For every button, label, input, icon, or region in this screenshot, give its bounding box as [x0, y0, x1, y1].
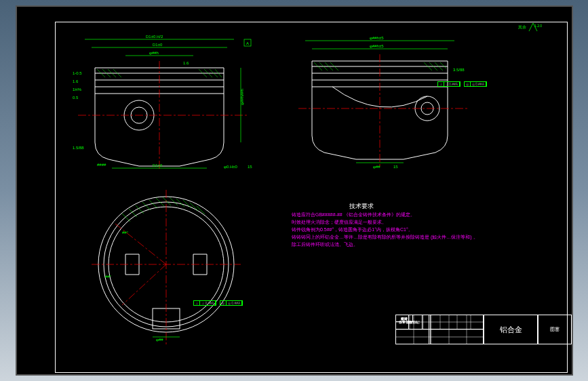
gd-tolerance-side: ⊥⊥ 0.##A ◎◎ 0.##A	[437, 76, 487, 88]
top-view: ##° ##° φ## ⊥⊥ 0.##A ◎◎ 0.##A	[85, 186, 248, 349]
svg-text:φ##h±5: φ##h±5	[370, 44, 384, 48]
tech-req-5: 除工后铸件环听或洁清。飞边。	[292, 241, 358, 248]
tech-req-1: 铸造应符合GB#####-## 《铝合金铸件技术条件》的规定。	[292, 212, 415, 218]
gd-tolerance-top: ⊥⊥ 0.##A ◎◎ 0.##A	[193, 295, 243, 307]
svg-text:φ##: φ##	[156, 338, 163, 342]
svg-text:15: 15	[393, 165, 398, 169]
svg-text:##°: ##°	[122, 230, 129, 235]
svg-text:3.5/88: 3.5/88	[453, 68, 465, 72]
svg-text:D1±0: D1±0	[153, 43, 163, 47]
front-view: D1±0.H/2 D1±0 φ##h 1.6	[71, 34, 268, 169]
svg-text:D1±0.H/2: D1±0.H/2	[146, 35, 163, 39]
title-block: 铝合金 图塞 设计 校对 审核 批准 标准化 更改标记 材料 数量 1/2	[395, 315, 572, 374]
tech-req-3: 铸件锐角例为0.5##°，铸造圆角手边必1°内，拔模角C1°。	[292, 226, 413, 233]
svg-line-75	[197, 206, 205, 214]
surface-finish-mark: 1.2.0 其余	[528, 22, 548, 35]
side-view-svg: φ##h±5 φ##h±5 3.5/88	[292, 34, 482, 169]
drawing-frame: 1.2.0 其余 D1±0.H/2 D1±0 φ##h 1.6	[16, 5, 573, 376]
top-view-svg: ##° ##° φ##	[85, 186, 248, 349]
svg-text:D1±0: D1±0	[153, 163, 163, 167]
svg-line-49	[440, 62, 446, 68]
svg-text:φ##h##h: φ##h##h	[240, 89, 244, 105]
svg-text:φ##h±5: φ##h±5	[370, 36, 384, 40]
svg-text:1.5/88: 1.5/88	[73, 146, 84, 150]
svg-line-64	[122, 214, 130, 222]
svg-text:φ##: φ##	[373, 165, 380, 169]
part-name: 铝合金	[484, 315, 538, 344]
svg-line-71	[170, 197, 178, 205]
front-view-svg: D1±0.H/2 D1±0 φ##h 1.6	[71, 34, 268, 169]
surface-label: 其余	[518, 24, 526, 31]
svg-text:1H%: 1H%	[73, 87, 82, 92]
svg-text:##°: ##°	[105, 275, 112, 279]
svg-text:φ0.H±0: φ0.H±0	[224, 165, 238, 169]
tech-req-2: 时效处理火消除念；硬度值应满足一般要求。	[292, 219, 387, 226]
svg-text:1.2.0: 1.2.0	[534, 24, 542, 28]
svg-text:φ##h: φ##h	[149, 51, 159, 55]
side-view: φ##h±5 φ##h±5 3.5/88	[292, 34, 482, 169]
svg-line-72	[176, 199, 184, 207]
tech-req-title: 技术要求	[349, 202, 374, 211]
svg-text:A: A	[246, 41, 249, 45]
svg-text:15: 15	[248, 165, 252, 169]
svg-line-61	[122, 264, 166, 305]
svg-text:0.5: 0.5	[73, 96, 79, 100]
drawn-by: 图塞	[550, 326, 560, 333]
svg-line-60	[115, 224, 166, 264]
svg-text:####: ####	[97, 163, 106, 167]
svg-text:1-0.5: 1-0.5	[73, 71, 82, 75]
svg-text:1.6: 1.6	[73, 79, 79, 83]
svg-line-70	[163, 197, 171, 205]
svg-text:1.6: 1.6	[183, 61, 189, 65]
tech-req-4: 铸铸铸同上的环铝金金…等许…除是有除有除的所等并按除铸造是 (如火件…保注等和)…	[292, 234, 478, 241]
